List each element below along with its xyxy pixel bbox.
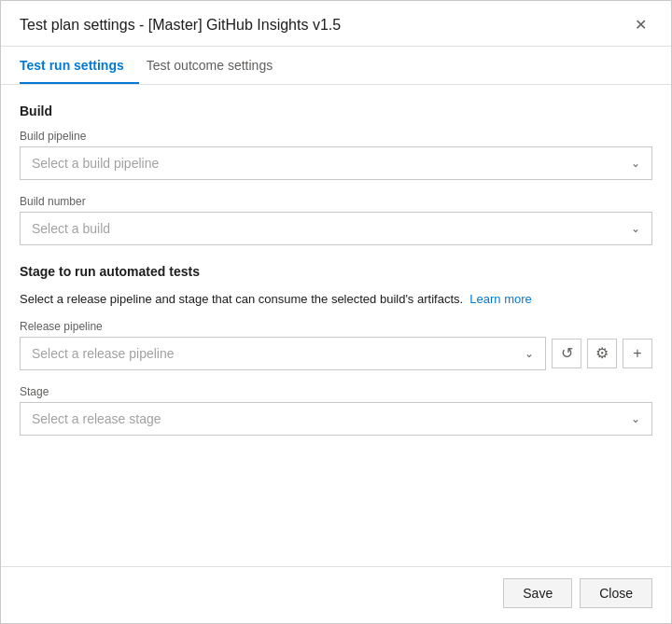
dialog-header: Test plan settings - [Master] GitHub Ins…: [1, 1, 671, 47]
build-section-title: Build: [20, 104, 652, 118]
refresh-button[interactable]: ↺: [552, 339, 581, 368]
build-pipeline-field: Build pipeline Select a build pipeline ⌄: [20, 130, 652, 180]
stage-chevron-icon: ⌄: [631, 412, 640, 425]
stage-placeholder: Select a release stage: [32, 411, 161, 426]
tabs-bar: Test run settings Test outcome settings: [1, 47, 671, 85]
build-number-field: Build number Select a build ⌄: [20, 195, 652, 245]
learn-more-link[interactable]: Learn more: [469, 292, 531, 306]
dialog-body: Build Build pipeline Select a build pipe…: [1, 85, 671, 566]
build-section: Build Build pipeline Select a build pipe…: [20, 104, 652, 245]
stage-dropdown[interactable]: Select a release stage ⌄: [20, 402, 652, 436]
dialog-close-button[interactable]: ✕: [629, 16, 652, 35]
build-pipeline-placeholder: Select a build pipeline: [32, 156, 159, 171]
add-icon: +: [633, 345, 641, 362]
stage-description: Select a release pipeline and stage that…: [20, 290, 652, 309]
build-number-chevron-icon: ⌄: [631, 222, 640, 235]
tab-test-run-settings[interactable]: Test run settings: [20, 47, 139, 84]
release-pipeline-dropdown[interactable]: Select a release pipeline ⌄: [20, 337, 546, 370]
dialog-footer: Save Close: [1, 566, 671, 623]
release-pipeline-label: Release pipeline: [20, 320, 652, 333]
stage-label: Stage: [20, 385, 652, 398]
build-pipeline-chevron-icon: ⌄: [631, 157, 640, 170]
stage-section: Stage to run automated tests Select a re…: [20, 264, 652, 436]
save-button[interactable]: Save: [503, 578, 572, 608]
tab-test-outcome-settings[interactable]: Test outcome settings: [147, 47, 287, 84]
release-pipeline-field: Release pipeline Select a release pipeli…: [20, 320, 652, 370]
close-button[interactable]: Close: [580, 578, 652, 608]
dialog-title: Test plan settings - [Master] GitHub Ins…: [20, 17, 341, 34]
refresh-icon: ↺: [561, 344, 573, 362]
dialog: Test plan settings - [Master] GitHub Ins…: [0, 0, 672, 624]
release-pipeline-row: Select a release pipeline ⌄ ↺ ⚙ +: [20, 337, 652, 370]
release-pipeline-chevron-icon: ⌄: [525, 347, 534, 360]
build-number-dropdown[interactable]: Select a build ⌄: [20, 212, 652, 245]
build-number-placeholder: Select a build: [32, 221, 110, 236]
stage-field: Stage Select a release stage ⌄: [20, 385, 652, 436]
build-pipeline-dropdown[interactable]: Select a build pipeline ⌄: [20, 146, 652, 180]
release-pipeline-placeholder: Select a release pipeline: [32, 346, 175, 361]
stage-section-title: Stage to run automated tests: [20, 264, 652, 279]
build-number-label: Build number: [20, 195, 652, 208]
add-button[interactable]: +: [623, 339, 652, 368]
build-pipeline-label: Build pipeline: [20, 130, 652, 143]
gear-icon: ⚙: [595, 344, 609, 362]
settings-button[interactable]: ⚙: [587, 339, 617, 368]
